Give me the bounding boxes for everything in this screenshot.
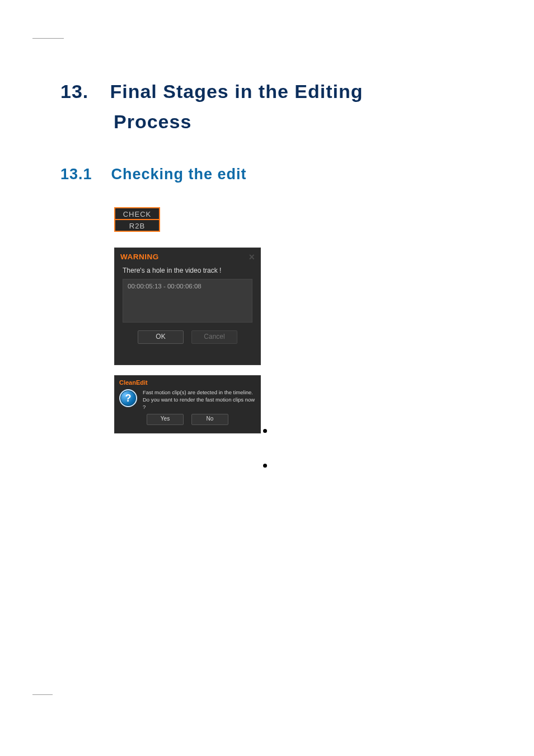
- cleanedit-title: CleanEdit: [115, 376, 260, 388]
- header-rule: [32, 38, 64, 39]
- warning-list-item[interactable]: 00:00:05:13 - 00:00:06:08: [128, 283, 247, 290]
- bullet-icon: [263, 429, 267, 433]
- section-heading: 13.1 Checking the edit: [60, 166, 247, 183]
- chapter-title-line1: Final Stages in the Editing: [110, 81, 363, 102]
- cleanedit-dialog: CleanEdit ? Fast motion clip(s) are dete…: [114, 375, 261, 433]
- cleanedit-body: ? Fast motion clip(s) are detected in th…: [115, 388, 260, 410]
- cleanedit-message-line1: Fast motion clip(s) are detected in the …: [143, 389, 256, 396]
- warning-button-row: OK Cancel: [115, 323, 260, 344]
- ok-button[interactable]: OK: [138, 330, 184, 344]
- footer-rule: [32, 694, 53, 695]
- section-title: Checking the edit: [111, 166, 247, 183]
- warning-message: There's a hole in the video track !: [115, 264, 260, 279]
- warning-title-text: WARNING: [120, 253, 159, 261]
- chapter-heading: 13. Final Stages in the Editing Process: [60, 76, 489, 137]
- warning-titlebar: WARNING ×: [115, 248, 260, 264]
- chapter-number: 13.: [60, 76, 104, 106]
- cleanedit-button-row: Yes No: [115, 410, 260, 425]
- yes-button[interactable]: Yes: [147, 414, 184, 425]
- cancel-button: Cancel: [191, 330, 237, 344]
- chapter-title-line2: Process: [60, 106, 489, 137]
- check-button-bottom[interactable]: R2B: [114, 220, 160, 232]
- cleanedit-message-line2: Do you want to render the fast motion cl…: [143, 396, 256, 411]
- question-icon: ?: [119, 389, 137, 407]
- warning-dialog: WARNING × There's a hole in the video tr…: [114, 248, 261, 365]
- warning-listbox[interactable]: 00:00:05:13 - 00:00:06:08: [123, 279, 252, 323]
- no-button[interactable]: No: [191, 414, 228, 425]
- bullet-icon: [263, 464, 267, 468]
- check-r2b-button-screenshot: CHECK R2B: [114, 207, 160, 232]
- section-number: 13.1: [60, 166, 106, 183]
- check-button-top[interactable]: CHECK: [114, 207, 160, 220]
- cleanedit-message: Fast motion clip(s) are detected in the …: [143, 389, 256, 410]
- close-icon[interactable]: ×: [249, 253, 255, 261]
